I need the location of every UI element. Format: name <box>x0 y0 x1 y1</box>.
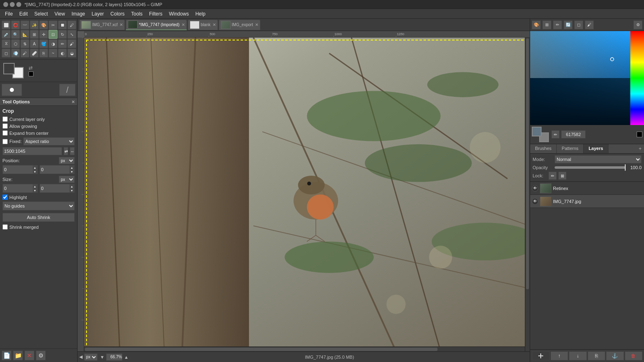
clone-tool[interactable]: ⎘ <box>39 49 48 58</box>
paintbrush-tool[interactable]: 🖌 <box>67 39 76 48</box>
color-gradient-area[interactable] <box>530 31 644 125</box>
menu-help[interactable]: Help <box>192 10 209 18</box>
status-unit-select[interactable]: px <box>84 353 98 361</box>
auto-shrink-button[interactable]: Auto Shrink <box>2 213 75 222</box>
position-y-down[interactable]: ▼ <box>69 170 74 174</box>
align-tool[interactable]: ⊞ <box>30 30 39 39</box>
zoom-tool[interactable]: 🔍 <box>11 30 20 39</box>
opacity-slider[interactable] <box>555 166 626 169</box>
foreground-swatch[interactable] <box>3 63 15 74</box>
position-y-up[interactable]: ▲ <box>69 165 74 170</box>
ellipse-select-tool[interactable]: ⭕ <box>11 20 20 29</box>
heal-tool[interactable]: 🩹 <box>30 49 39 58</box>
menu-windows[interactable]: Windows <box>166 10 192 18</box>
hex-color-input[interactable] <box>561 130 586 139</box>
tab-4-close[interactable]: ✕ <box>255 22 258 27</box>
fixed-select[interactable]: Aspect ratio Width Height Size <box>23 137 75 145</box>
shrink-merged-checkbox[interactable] <box>2 224 8 230</box>
tab-2-close[interactable]: ✕ <box>182 22 185 27</box>
zoom-input[interactable] <box>106 353 122 361</box>
size-w-input[interactable] <box>3 184 33 192</box>
scroll-right[interactable] <box>525 38 530 351</box>
desaturate-tool[interactable]: ◒ <box>67 49 76 58</box>
current-layer-checkbox[interactable] <box>2 116 8 122</box>
color-tool-1[interactable]: 🎨 <box>532 20 541 29</box>
menu-edit[interactable]: Edit <box>16 10 31 18</box>
tab-patterns[interactable]: Patterns <box>557 144 584 153</box>
add-tab-btn[interactable]: + <box>636 144 644 153</box>
layer-1-visibility[interactable]: 👁 <box>532 185 538 192</box>
dodge-burn-tool[interactable]: ◐ <box>58 49 67 58</box>
expand-center-checkbox[interactable] <box>2 130 8 136</box>
size-w-down[interactable]: ▼ <box>33 188 38 192</box>
blend-tool[interactable]: ◑ <box>49 39 58 48</box>
lower-layer-btn[interactable]: ↓ <box>569 351 587 360</box>
shear-tool[interactable]: ⧖ <box>2 39 11 48</box>
duplicate-layer-btn[interactable]: ⎘ <box>588 351 606 360</box>
menu-file[interactable]: File <box>2 10 16 18</box>
color-tool-7[interactable]: ⚙ <box>633 20 642 29</box>
brush-preview-pattern[interactable]: / <box>59 84 76 96</box>
fg-select-tool[interactable]: 🔲 <box>58 20 67 29</box>
dimension-fill-btn[interactable]: ↔ <box>70 147 75 155</box>
color-picker[interactable]: ✏ <box>530 31 644 144</box>
size-w-up[interactable]: ▲ <box>33 184 38 188</box>
crop-tool[interactable]: ⊡ <box>49 30 58 39</box>
image-tab-4[interactable]: IMG_export ✕ <box>219 20 260 30</box>
position-unit-select[interactable]: px mm in <box>59 157 75 164</box>
tab-1-close[interactable]: ✕ <box>120 22 123 27</box>
new-image-btn[interactable]: 📄 <box>2 351 11 360</box>
perspective-tool[interactable]: ⬡ <box>11 39 20 48</box>
scissors-select-tool[interactable]: ✂ <box>49 20 58 29</box>
size-unit-select[interactable]: px mm in <box>59 176 75 183</box>
eraser-tool[interactable]: ◻ <box>2 49 11 58</box>
paths-tool[interactable]: 🖊 <box>67 20 76 29</box>
free-select-tool[interactable]: 〰 <box>20 20 29 29</box>
menu-select[interactable]: Select <box>31 10 51 18</box>
prefs-btn[interactable]: ⚙ <box>36 351 46 360</box>
scroll-bottom[interactable] <box>84 346 525 351</box>
scale-tool[interactable]: ⤡ <box>67 30 76 39</box>
size-h-down[interactable]: ▼ <box>69 188 74 192</box>
bucket-fill-tool[interactable]: 🪣 <box>39 39 48 48</box>
ink-tool[interactable]: 🖋 <box>20 49 29 58</box>
fuzzy-select-tool[interactable]: ✨ <box>30 20 39 29</box>
tool-options-close[interactable]: ✕ <box>71 100 75 104</box>
color-tool-5[interactable]: ◻ <box>574 20 583 29</box>
tab-brushes[interactable]: Brushes <box>530 144 557 153</box>
color-edit-icon[interactable]: ✏ <box>551 130 560 139</box>
position-x-up[interactable]: ▲ <box>33 165 38 170</box>
text-tool[interactable]: A <box>30 39 39 48</box>
fixed-checkbox[interactable] <box>2 139 8 144</box>
zoom-up-btn[interactable]: ▲ <box>123 355 129 360</box>
anchor-layer-btn[interactable]: ⚓ <box>606 351 624 360</box>
airbrush-tool[interactable]: 💨 <box>11 49 20 58</box>
dimension-input[interactable] <box>2 147 62 155</box>
menu-filters[interactable]: Filters <box>146 10 166 18</box>
move-tool[interactable]: ✛ <box>39 30 48 39</box>
select-by-color-tool[interactable]: 🎨 <box>39 20 48 29</box>
highlight-checkbox[interactable] <box>2 194 8 200</box>
layer-item-img7747[interactable]: 👁 IMG_7747.jpg <box>530 195 644 208</box>
color-tool-3[interactable]: ✏ <box>553 20 562 29</box>
lock-pixels-btn[interactable]: ✏ <box>549 172 557 180</box>
guides-select[interactable]: No guides Rule of thirds Center lines <box>2 201 75 210</box>
position-y-input[interactable] <box>40 165 70 174</box>
image-tab-1[interactable]: IMG_7747.xcf ✕ <box>79 20 125 30</box>
fg-color-swatch[interactable] <box>532 127 542 136</box>
color-tool-2[interactable]: ⊞ <box>542 20 551 29</box>
delete-layer-btn[interactable]: 🗑 <box>625 351 643 360</box>
menu-view[interactable]: View <box>51 10 68 18</box>
canvas-viewport[interactable] <box>84 38 530 351</box>
close-btn[interactable] <box>3 2 8 7</box>
color-tool-4[interactable]: 🔄 <box>564 20 573 29</box>
swap-colors-icon[interactable]: ⇄ <box>29 65 33 71</box>
color-picker-tool[interactable]: 💉 <box>2 30 11 39</box>
menu-layer[interactable]: Layer <box>89 10 107 18</box>
lock-alpha-btn[interactable]: ⊠ <box>558 172 566 180</box>
close-image-btn[interactable]: ✕ <box>24 351 34 360</box>
pencil-tool[interactable]: ✏ <box>58 39 67 48</box>
open-image-btn[interactable]: 📁 <box>13 351 23 360</box>
flip-tool[interactable]: ⇅ <box>20 39 29 48</box>
layer-2-visibility[interactable]: 👁 <box>532 198 538 205</box>
